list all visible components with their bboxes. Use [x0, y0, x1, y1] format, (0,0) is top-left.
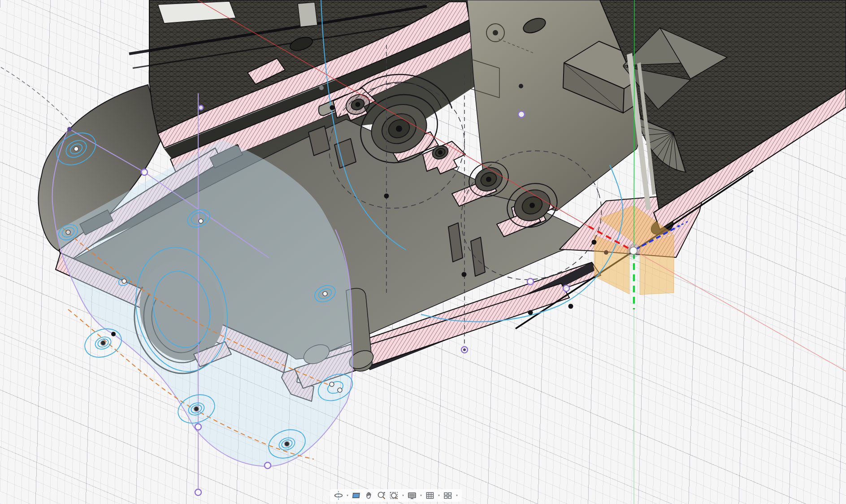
viewports-button[interactable]	[442, 490, 454, 501]
cad-viewport[interactable]: ▾ ▾	[0, 0, 846, 504]
display-settings-icon	[407, 491, 417, 500]
sketch-point-gray[interactable]	[319, 86, 324, 90]
viewports-dropdown-caret[interactable]: ▾	[455, 490, 459, 501]
3d-model-canvas[interactable]	[0, 0, 846, 504]
zoom-icon	[377, 491, 386, 500]
navigation-toolbar: ▾ ▾	[330, 489, 462, 502]
orbit-icon	[334, 491, 343, 500]
pan-button[interactable]	[363, 490, 375, 501]
display-settings-button[interactable]	[406, 490, 418, 501]
sketch-point	[519, 84, 523, 88]
node-inner-dot	[463, 348, 466, 351]
x-axis-faint	[635, 251, 846, 371]
window-zoom-dropdown-caret[interactable]: ▾	[401, 490, 405, 501]
origin-point[interactable]	[630, 247, 638, 255]
look-at-icon	[351, 491, 361, 500]
zoom-button[interactable]	[376, 490, 387, 501]
hole-center-point[interactable]	[66, 230, 70, 235]
sketch-point-brown[interactable]	[604, 250, 608, 255]
rear-wall-ring-dot	[493, 30, 498, 35]
grid-and-snaps-icon	[425, 491, 435, 500]
grid-and-snaps-dropdown-caret[interactable]: ▾	[437, 490, 441, 501]
cover-vent-slot	[298, 2, 317, 27]
window-zoom-icon	[389, 491, 399, 500]
orbit-button[interactable]	[333, 490, 344, 501]
grid-and-snaps-button[interactable]	[424, 490, 436, 501]
display-settings-dropdown-caret[interactable]: ▾	[419, 490, 423, 501]
look-at-button[interactable]	[351, 490, 362, 501]
sketch-point-purple[interactable]	[67, 127, 72, 131]
cap-dashed-edge	[1, 67, 77, 130]
window-zoom-button[interactable]	[388, 490, 400, 501]
orbit-dropdown-caret[interactable]: ▾	[345, 490, 350, 501]
pan-icon	[364, 491, 374, 500]
viewports-icon	[443, 491, 453, 500]
